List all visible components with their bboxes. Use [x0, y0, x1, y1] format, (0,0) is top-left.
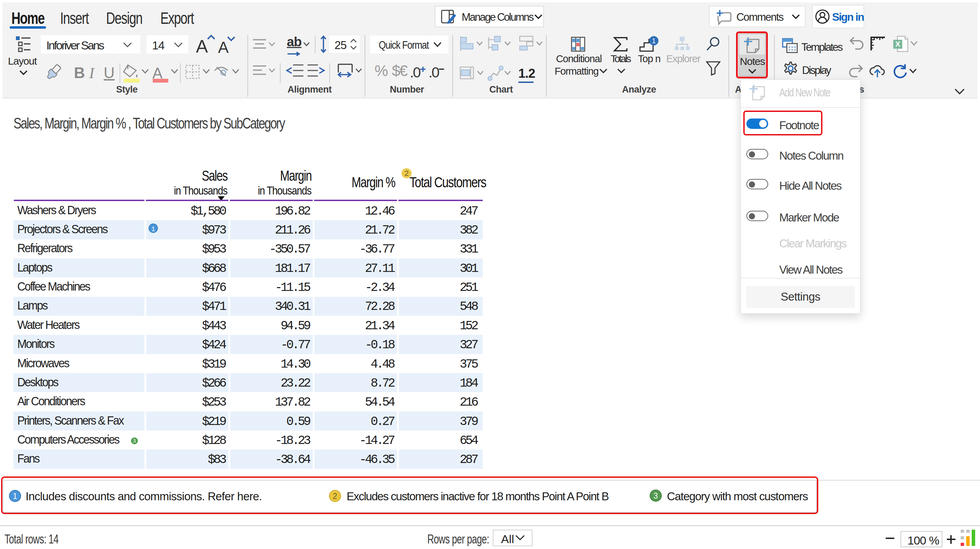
- svg-text:X: X: [895, 40, 900, 48]
- svg-text:1: 1: [652, 37, 655, 45]
